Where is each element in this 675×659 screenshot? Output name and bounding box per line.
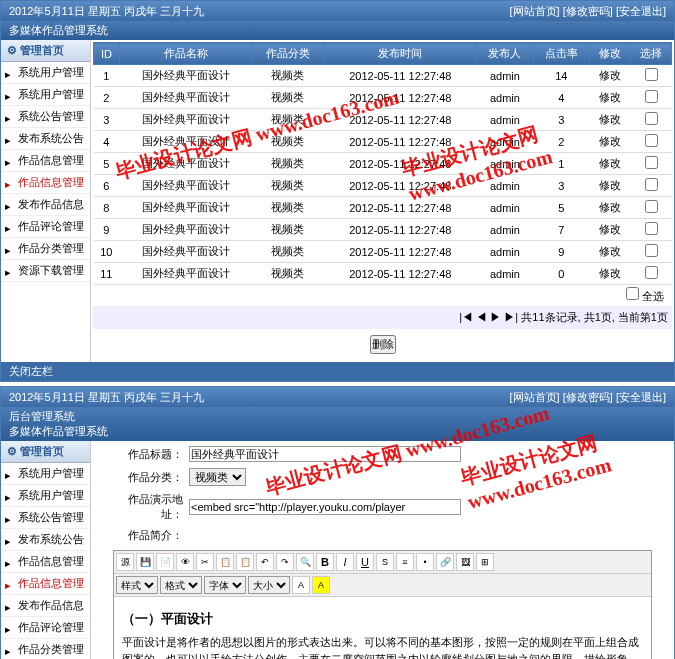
system-title-2: 后台管理系统多媒体作品管理系统 — [1, 407, 674, 441]
sidebar-item-2[interactable]: ▸系统公告管理 — [1, 106, 90, 128]
sidebar-item-8[interactable]: ▸作品分类管理 — [1, 639, 90, 659]
bold-icon[interactable]: B — [316, 553, 334, 571]
edit-link[interactable]: 修改 — [599, 69, 621, 81]
sidebar-header[interactable]: ⚙ 管理首页 — [1, 40, 90, 62]
sidebar-item-6[interactable]: ▸发布作品信息 — [1, 595, 90, 617]
row-checkbox[interactable] — [645, 90, 658, 103]
sidebar-item-4[interactable]: ▸作品信息管理 — [1, 150, 90, 172]
sidebar-item-1[interactable]: ▸系统用户管理 — [1, 84, 90, 106]
sidebar-item-label: 发布系统公告 — [18, 532, 84, 547]
row-checkbox[interactable] — [645, 156, 658, 169]
link-home-2[interactable]: [网站首页] — [510, 391, 560, 403]
header-date-2: 2012年5月11日 星期五 丙戌年 三月十九 — [9, 390, 204, 405]
edit-link[interactable]: 修改 — [599, 267, 621, 279]
cut-icon[interactable]: ✂ — [196, 553, 214, 571]
italic-icon[interactable]: I — [336, 553, 354, 571]
link-pwd[interactable]: [修改密码] — [563, 5, 613, 17]
link-logout[interactable]: [安全退出] — [616, 5, 666, 17]
edit-link[interactable]: 修改 — [599, 223, 621, 235]
header-bar: 2012年5月11日 星期五 丙戌年 三月十九 [网站首页] [修改密码] [安… — [1, 1, 674, 21]
editor-content[interactable]: （一）平面设计 平面设计是将作者的思想以图片的形式表达出来。可以将不同的基本图形… — [114, 597, 651, 659]
sidebar-item-label: 作品信息管理 — [18, 153, 84, 168]
sidebar-item-7[interactable]: ▸作品评论管理 — [1, 617, 90, 639]
edit-link[interactable]: 修改 — [599, 157, 621, 169]
redo-icon[interactable]: ↷ — [276, 553, 294, 571]
undo-icon[interactable]: ↶ — [256, 553, 274, 571]
preview-icon[interactable]: 👁 — [176, 553, 194, 571]
cat-select[interactable]: 视频类 — [189, 468, 246, 486]
system-title: 多媒体作品管理系统 — [1, 21, 674, 40]
sidebar-header-2[interactable]: ⚙ 管理首页 — [1, 441, 90, 463]
title-input[interactable] — [189, 446, 461, 462]
col-header: 发布时间 — [324, 43, 477, 65]
sidebar-item-4[interactable]: ▸作品信息管理 — [1, 551, 90, 573]
link-pwd-2[interactable]: [修改密码] — [563, 391, 613, 403]
pager-nav-icons[interactable]: |◀ ◀ ▶ ▶| — [459, 311, 518, 323]
header-date: 2012年5月11日 星期五 丙戌年 三月十九 — [9, 4, 204, 19]
size-select[interactable]: 大小 — [248, 576, 290, 594]
edit-link[interactable]: 修改 — [599, 91, 621, 103]
sidebar-item-0[interactable]: ▸系统用户管理 — [1, 62, 90, 84]
copy-icon[interactable]: 📋 — [216, 553, 234, 571]
edit-link[interactable]: 修改 — [599, 113, 621, 125]
row-checkbox[interactable] — [645, 112, 658, 125]
row-checkbox[interactable] — [645, 134, 658, 147]
pager-text: 共11条记录, 共1页, 当前第1页 — [521, 311, 668, 323]
sidebar-item-3[interactable]: ▸发布系统公告 — [1, 529, 90, 551]
sidebar-item-1[interactable]: ▸系统用户管理 — [1, 485, 90, 507]
row-checkbox[interactable] — [645, 266, 658, 279]
sidebar-item-5[interactable]: ▸作品信息管理 — [1, 573, 90, 595]
strike-icon[interactable]: S — [376, 553, 394, 571]
link-home[interactable]: [网站首页] — [510, 5, 560, 17]
link-icon[interactable]: 🔗 — [436, 553, 454, 571]
source-icon[interactable]: 源 — [116, 553, 134, 571]
sidebar-item-3[interactable]: ▸发布系统公告 — [1, 128, 90, 150]
underline-icon[interactable]: U — [356, 553, 374, 571]
find-icon[interactable]: 🔍 — [296, 553, 314, 571]
sidebar-item-7[interactable]: ▸作品评论管理 — [1, 216, 90, 238]
format-select[interactable]: 格式 — [160, 576, 202, 594]
row-checkbox[interactable] — [645, 244, 658, 257]
row-checkbox[interactable] — [645, 178, 658, 191]
main-form: 作品标题： 作品分类：视频类 作品演示地址： 作品简介： 源 💾 📄 👁 ✂ 📋… — [91, 441, 674, 659]
ul-icon[interactable]: • — [416, 553, 434, 571]
row-checkbox[interactable] — [645, 222, 658, 235]
note-icon: ▸ — [5, 535, 15, 545]
footer-bar[interactable]: 关闭左栏 — [1, 362, 674, 381]
sidebar-item-6[interactable]: ▸发布作品信息 — [1, 194, 90, 216]
sidebar-item-0[interactable]: ▸系统用户管理 — [1, 463, 90, 485]
save-icon[interactable]: 💾 — [136, 553, 154, 571]
sidebar-item-2[interactable]: ▸系统公告管理 — [1, 507, 90, 529]
table-icon[interactable]: ⊞ — [476, 553, 494, 571]
color-icon[interactable]: A — [292, 576, 310, 594]
delete-button[interactable]: 删除 — [370, 335, 396, 354]
edit-link[interactable]: 修改 — [599, 245, 621, 257]
ol-icon[interactable]: ≡ — [396, 553, 414, 571]
link-logout-2[interactable]: [安全退出] — [616, 391, 666, 403]
bgcolor-icon[interactable]: A — [312, 576, 330, 594]
image-icon[interactable]: 🖼 — [456, 553, 474, 571]
sidebar-item-9[interactable]: ▸资源下载管理 — [1, 260, 90, 282]
edit-link[interactable]: 修改 — [599, 179, 621, 191]
sidebar-item-label: 发布作品信息 — [18, 598, 84, 613]
row-checkbox[interactable] — [645, 68, 658, 81]
sidebar-item-5[interactable]: ▸作品信息管理 — [1, 172, 90, 194]
paste-icon[interactable]: 📋 — [236, 553, 254, 571]
edit-link[interactable]: 修改 — [599, 201, 621, 213]
sidebar-item-label: 作品评论管理 — [18, 219, 84, 234]
user-icon: ▸ — [5, 90, 15, 100]
sidebar-item-8[interactable]: ▸作品分类管理 — [1, 238, 90, 260]
sidebar: ⚙ 管理首页 ▸系统用户管理▸系统用户管理▸系统公告管理▸发布系统公告▸作品信息… — [1, 40, 91, 362]
demo-input[interactable] — [189, 499, 461, 515]
font-select[interactable]: 字体 — [204, 576, 246, 594]
file-icon: ▸ — [5, 579, 15, 589]
new-icon[interactable]: 📄 — [156, 553, 174, 571]
sidebar-item-label: 发布系统公告 — [18, 131, 84, 146]
select-all-checkbox[interactable] — [626, 287, 639, 300]
style-select[interactable]: 样式 — [116, 576, 158, 594]
table-row: 8国外经典平面设计视频类2012-05-11 12:27:48admin5修改 — [94, 197, 672, 219]
row-checkbox[interactable] — [645, 200, 658, 213]
edit-link[interactable]: 修改 — [599, 135, 621, 147]
chat-icon: ▸ — [5, 623, 15, 633]
table-row: 5国外经典平面设计视频类2012-05-11 12:27:48admin1修改 — [94, 153, 672, 175]
